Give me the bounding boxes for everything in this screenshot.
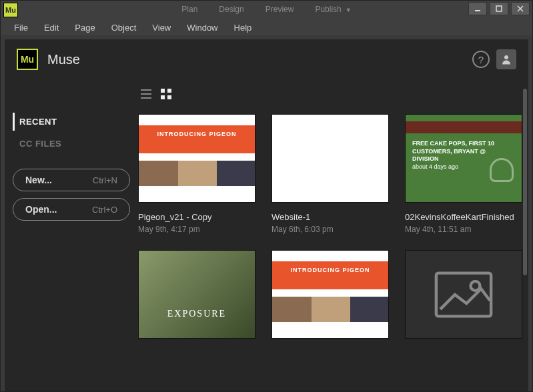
app-logo-small: Mu [3, 3, 18, 17]
menu-file[interactable]: File [6, 21, 36, 35]
thumbnail [272, 250, 389, 339]
svg-rect-12 [436, 273, 491, 316]
menu-object[interactable]: Object [103, 21, 145, 35]
sidebar: RECENT CC FILES New... Ctrl+N Open... Ct… [5, 79, 138, 392]
close-button[interactable] [511, 2, 530, 15]
svg-rect-1 [496, 6, 502, 11]
list-icon [141, 89, 151, 99]
svg-point-13 [471, 281, 480, 290]
recent-card[interactable] [138, 250, 255, 339]
card-title: 02KevinsKoffeeKartFinished [405, 212, 522, 222]
card-title: Pigeon_v21 - Copy [138, 212, 255, 222]
promo-time: about 4 days ago [412, 163, 458, 170]
recent-card[interactable]: FREE CAKE POPS, FIRST 10 CUSTOMERS, BRYA… [405, 114, 522, 234]
menu-edit[interactable]: Edit [36, 21, 67, 35]
titlebar: Mu Plan Design Preview Publish▼ [1, 1, 532, 19]
chevron-down-icon: ▼ [346, 7, 352, 13]
recent-card[interactable]: Website-1 May 6th, 6:03 pm [272, 114, 389, 234]
new-button-shortcut: Ctrl+N [93, 175, 117, 185]
recent-card[interactable]: Pigeon_v21 - Copy May 9th, 4:17 pm [138, 114, 255, 234]
recent-grid: Pigeon_v21 - Copy May 9th, 4:17 pm Websi… [138, 114, 524, 339]
recent-card[interactable] [272, 250, 389, 339]
svg-rect-11 [167, 95, 171, 99]
thumbnail-placeholder [405, 250, 522, 339]
open-button-label: Open... [25, 204, 57, 215]
menu-help[interactable]: Help [226, 21, 260, 35]
panel-header: Mu Muse ? [5, 39, 528, 79]
open-button[interactable]: Open... Ctrl+O [13, 198, 130, 221]
sidebar-tab-recent[interactable]: RECENT [13, 113, 130, 131]
menubar: File Edit Page Object View Window Help [1, 19, 532, 35]
svg-point-4 [504, 55, 508, 59]
thumbnail [272, 114, 389, 203]
maximize-button[interactable] [490, 2, 508, 15]
scrollbar[interactable] [523, 89, 527, 275]
svg-rect-10 [161, 95, 165, 99]
image-placeholder-icon [434, 271, 494, 318]
promo-text: DIVISION [412, 155, 439, 162]
svg-rect-8 [161, 89, 165, 93]
svg-rect-9 [167, 89, 171, 93]
start-panel: Mu Muse ? RECENT CC FILES New... Ctrl+N … [5, 39, 528, 392]
help-icon[interactable]: ? [472, 51, 490, 68]
thumbnail [138, 114, 255, 203]
open-button-shortcut: Ctrl+O [92, 205, 117, 215]
mode-tabs: Plan Design Preview Publish▼ [171, 1, 362, 18]
card-date: May 4th, 11:51 am [405, 225, 522, 234]
thumbnail: FREE CAKE POPS, FIRST 10 CUSTOMERS, BRYA… [405, 114, 522, 203]
user-account-button[interactable] [496, 49, 516, 69]
mode-publish[interactable]: Publish▼ [304, 1, 362, 18]
menu-window[interactable]: Window [179, 21, 225, 35]
card-date: May 9th, 4:17 pm [138, 225, 255, 234]
minimize-button[interactable] [468, 2, 487, 15]
grid-icon [161, 89, 171, 99]
recent-card[interactable] [405, 250, 522, 339]
window-controls [468, 2, 530, 15]
sidebar-tab-ccfiles[interactable]: CC FILES [13, 135, 130, 153]
card-title: Website-1 [272, 212, 389, 222]
mode-preview[interactable]: Preview [255, 1, 305, 18]
promo-text: CUSTOMERS, BRYANT @ [412, 148, 486, 155]
user-icon [500, 53, 512, 65]
mode-plan[interactable]: Plan [171, 1, 208, 18]
app-name: Muse [47, 52, 80, 67]
new-button[interactable]: New... Ctrl+N [13, 169, 130, 191]
app-logo-large: Mu [17, 49, 38, 70]
menu-view[interactable]: View [144, 21, 179, 35]
new-button-label: New... [25, 175, 52, 185]
list-view-button[interactable] [141, 89, 151, 99]
thumbnail [138, 250, 255, 339]
main-content: Pigeon_v21 - Copy May 9th, 4:17 pm Websi… [138, 79, 528, 392]
card-date: May 6th, 6:03 pm [272, 225, 389, 234]
view-toggle [138, 89, 524, 99]
grid-view-button[interactable] [161, 89, 171, 99]
promo-text: FREE CAKE POPS, FIRST 10 [412, 140, 494, 147]
mode-design[interactable]: Design [208, 1, 254, 18]
menu-page[interactable]: Page [67, 21, 103, 35]
